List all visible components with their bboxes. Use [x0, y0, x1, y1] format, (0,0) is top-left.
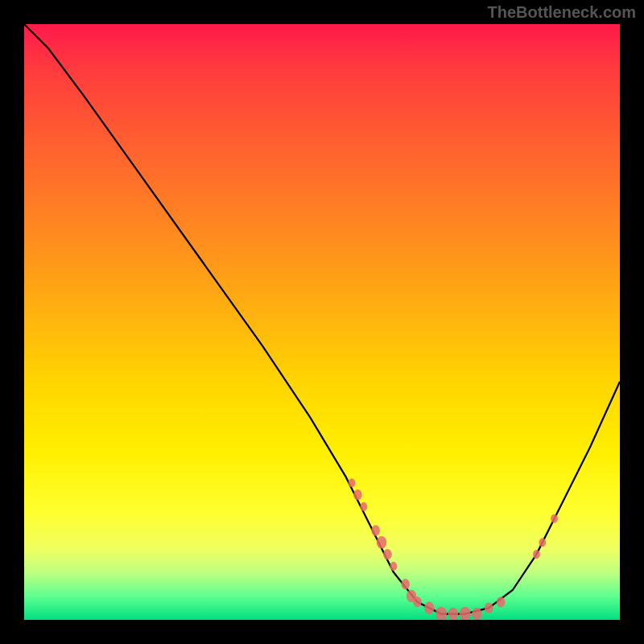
data-markers-group	[349, 478, 558, 620]
data-marker	[539, 538, 546, 547]
data-marker	[472, 608, 481, 620]
data-marker	[377, 536, 386, 549]
data-marker	[485, 603, 493, 613]
chart-plot-area	[24, 24, 620, 620]
watermark-text: TheBottleneck.com	[488, 3, 636, 22]
data-marker	[360, 502, 367, 511]
data-marker	[349, 478, 356, 487]
data-marker	[533, 550, 540, 559]
data-marker	[353, 489, 362, 500]
data-marker	[413, 597, 422, 607]
data-marker	[436, 607, 447, 620]
data-marker	[401, 579, 410, 589]
data-marker	[551, 514, 558, 523]
chart-svg	[24, 24, 620, 620]
data-marker	[459, 607, 470, 620]
bottleneck-curve	[24, 24, 620, 614]
data-marker	[497, 597, 506, 607]
data-marker	[448, 608, 458, 620]
data-marker	[390, 562, 397, 571]
data-marker	[383, 549, 392, 559]
data-marker	[424, 601, 434, 614]
data-marker	[371, 525, 380, 535]
